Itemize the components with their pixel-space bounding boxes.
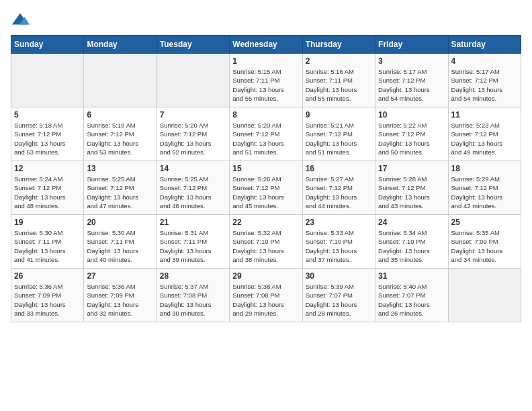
calendar-cell: 10Sunrise: 5:22 AMSunset: 7:12 PMDayligh… bbox=[375, 107, 448, 161]
week-row-4: 19Sunrise: 5:30 AMSunset: 7:11 PMDayligh… bbox=[11, 215, 521, 269]
weekday-header-row: SundayMondayTuesdayWednesdayThursdayFrid… bbox=[11, 36, 521, 54]
calendar-cell: 3Sunrise: 5:17 AMSunset: 7:12 PMDaylight… bbox=[375, 54, 448, 107]
day-number: 7 bbox=[160, 110, 226, 120]
day-info: Sunrise: 5:27 AMSunset: 7:12 PMDaylight:… bbox=[306, 175, 372, 210]
day-info: Sunrise: 5:26 AMSunset: 7:12 PMDaylight:… bbox=[232, 175, 299, 210]
day-number: 10 bbox=[378, 110, 445, 120]
calendar-cell: 16Sunrise: 5:27 AMSunset: 7:12 PMDayligh… bbox=[302, 161, 375, 215]
day-info: Sunrise: 5:20 AMSunset: 7:12 PMDaylight:… bbox=[160, 121, 226, 156]
weekday-header-friday: Friday bbox=[375, 36, 448, 54]
day-number: 13 bbox=[87, 164, 153, 173]
calendar-cell: 28Sunrise: 5:37 AMSunset: 7:08 PMDayligh… bbox=[157, 269, 229, 322]
calendar-cell: 4Sunrise: 5:17 AMSunset: 7:12 PMDaylight… bbox=[448, 54, 521, 107]
week-row-5: 26Sunrise: 5:36 AMSunset: 7:09 PMDayligh… bbox=[11, 269, 521, 322]
calendar-cell: 2Sunrise: 5:16 AMSunset: 7:11 PMDaylight… bbox=[302, 54, 375, 107]
day-number: 17 bbox=[378, 164, 445, 173]
day-info: Sunrise: 5:20 AMSunset: 7:12 PMDaylight:… bbox=[232, 121, 299, 156]
day-info: Sunrise: 5:15 AMSunset: 7:11 PMDaylight:… bbox=[232, 67, 299, 103]
calendar-cell: 5Sunrise: 5:18 AMSunset: 7:12 PMDaylight… bbox=[11, 107, 84, 161]
day-info: Sunrise: 5:22 AMSunset: 7:12 PMDaylight:… bbox=[378, 121, 445, 156]
day-number: 15 bbox=[232, 164, 299, 173]
day-number: 2 bbox=[306, 56, 372, 66]
day-number: 24 bbox=[378, 218, 445, 227]
day-number: 8 bbox=[232, 110, 299, 120]
day-info: Sunrise: 5:36 AMSunset: 7:09 PMDaylight:… bbox=[87, 282, 153, 318]
calendar-cell: 27Sunrise: 5:36 AMSunset: 7:09 PMDayligh… bbox=[84, 269, 157, 322]
calendar-cell: 31Sunrise: 5:40 AMSunset: 7:07 PMDayligh… bbox=[375, 269, 448, 322]
day-info: Sunrise: 5:24 AMSunset: 7:12 PMDaylight:… bbox=[14, 175, 81, 210]
day-number: 3 bbox=[378, 56, 445, 66]
calendar-table: SundayMondayTuesdayWednesdayThursdayFrid… bbox=[11, 35, 521, 322]
day-number: 14 bbox=[160, 164, 226, 173]
day-number: 11 bbox=[451, 110, 518, 120]
calendar-cell: 7Sunrise: 5:20 AMSunset: 7:12 PMDaylight… bbox=[157, 107, 229, 161]
day-info: Sunrise: 5:36 AMSunset: 7:09 PMDaylight:… bbox=[14, 282, 81, 318]
logo bbox=[11, 11, 32, 30]
day-info: Sunrise: 5:18 AMSunset: 7:12 PMDaylight:… bbox=[14, 121, 81, 156]
day-info: Sunrise: 5:40 AMSunset: 7:07 PMDaylight:… bbox=[378, 282, 445, 318]
day-number: 1 bbox=[232, 56, 299, 66]
calendar-cell: 26Sunrise: 5:36 AMSunset: 7:09 PMDayligh… bbox=[11, 269, 84, 322]
calendar-cell: 18Sunrise: 5:29 AMSunset: 7:12 PMDayligh… bbox=[448, 161, 521, 215]
day-number: 4 bbox=[451, 56, 518, 66]
week-row-1: 1Sunrise: 5:15 AMSunset: 7:11 PMDaylight… bbox=[11, 54, 521, 107]
day-number: 27 bbox=[87, 271, 153, 281]
day-number: 22 bbox=[232, 218, 299, 227]
day-info: Sunrise: 5:38 AMSunset: 7:08 PMDaylight:… bbox=[232, 282, 299, 318]
weekday-header-tuesday: Tuesday bbox=[157, 36, 229, 54]
calendar-cell bbox=[448, 269, 521, 322]
day-info: Sunrise: 5:37 AMSunset: 7:08 PMDaylight:… bbox=[160, 282, 226, 318]
calendar-cell: 12Sunrise: 5:24 AMSunset: 7:12 PMDayligh… bbox=[11, 161, 84, 215]
day-info: Sunrise: 5:39 AMSunset: 7:07 PMDaylight:… bbox=[306, 282, 372, 318]
day-info: Sunrise: 5:32 AMSunset: 7:10 PMDaylight:… bbox=[232, 228, 299, 264]
calendar-cell: 15Sunrise: 5:26 AMSunset: 7:12 PMDayligh… bbox=[230, 161, 302, 215]
day-info: Sunrise: 5:16 AMSunset: 7:11 PMDaylight:… bbox=[306, 67, 372, 103]
day-number: 23 bbox=[306, 218, 372, 227]
logo-icon bbox=[11, 11, 30, 30]
weekday-header-wednesday: Wednesday bbox=[230, 36, 302, 54]
day-info: Sunrise: 5:30 AMSunset: 7:11 PMDaylight:… bbox=[14, 228, 81, 264]
calendar-cell: 22Sunrise: 5:32 AMSunset: 7:10 PMDayligh… bbox=[230, 215, 302, 269]
calendar-cell bbox=[84, 54, 157, 107]
day-info: Sunrise: 5:21 AMSunset: 7:12 PMDaylight:… bbox=[306, 121, 372, 156]
day-number: 28 bbox=[160, 271, 226, 281]
weekday-header-sunday: Sunday bbox=[11, 36, 84, 54]
day-number: 31 bbox=[378, 271, 445, 281]
calendar-cell: 11Sunrise: 5:23 AMSunset: 7:12 PMDayligh… bbox=[448, 107, 521, 161]
week-row-2: 5Sunrise: 5:18 AMSunset: 7:12 PMDaylight… bbox=[11, 107, 521, 161]
day-number: 29 bbox=[232, 271, 299, 281]
weekday-header-saturday: Saturday bbox=[448, 36, 521, 54]
day-number: 21 bbox=[160, 218, 226, 227]
day-number: 16 bbox=[306, 164, 372, 173]
calendar-cell: 30Sunrise: 5:39 AMSunset: 7:07 PMDayligh… bbox=[302, 269, 375, 322]
day-info: Sunrise: 5:30 AMSunset: 7:11 PMDaylight:… bbox=[87, 228, 153, 264]
weekday-header-thursday: Thursday bbox=[302, 36, 375, 54]
weekday-header-monday: Monday bbox=[84, 36, 157, 54]
calendar-cell: 1Sunrise: 5:15 AMSunset: 7:11 PMDaylight… bbox=[230, 54, 302, 107]
calendar-cell: 23Sunrise: 5:33 AMSunset: 7:10 PMDayligh… bbox=[302, 215, 375, 269]
day-info: Sunrise: 5:19 AMSunset: 7:12 PMDaylight:… bbox=[87, 121, 153, 156]
day-number: 30 bbox=[306, 271, 372, 281]
day-number: 20 bbox=[87, 218, 153, 227]
calendar-cell: 8Sunrise: 5:20 AMSunset: 7:12 PMDaylight… bbox=[230, 107, 302, 161]
day-number: 26 bbox=[14, 271, 81, 281]
calendar-cell: 13Sunrise: 5:25 AMSunset: 7:12 PMDayligh… bbox=[84, 161, 157, 215]
calendar-cell bbox=[11, 54, 84, 107]
day-info: Sunrise: 5:28 AMSunset: 7:12 PMDaylight:… bbox=[378, 175, 445, 210]
calendar-cell: 29Sunrise: 5:38 AMSunset: 7:08 PMDayligh… bbox=[230, 269, 302, 322]
calendar-cell: 19Sunrise: 5:30 AMSunset: 7:11 PMDayligh… bbox=[11, 215, 84, 269]
day-info: Sunrise: 5:35 AMSunset: 7:09 PMDaylight:… bbox=[451, 228, 518, 264]
day-info: Sunrise: 5:33 AMSunset: 7:10 PMDaylight:… bbox=[306, 228, 372, 264]
day-info: Sunrise: 5:23 AMSunset: 7:12 PMDaylight:… bbox=[451, 121, 518, 156]
calendar-cell: 20Sunrise: 5:30 AMSunset: 7:11 PMDayligh… bbox=[84, 215, 157, 269]
day-info: Sunrise: 5:29 AMSunset: 7:12 PMDaylight:… bbox=[451, 175, 518, 210]
day-info: Sunrise: 5:31 AMSunset: 7:11 PMDaylight:… bbox=[160, 228, 226, 264]
day-number: 19 bbox=[14, 218, 81, 227]
calendar-cell: 9Sunrise: 5:21 AMSunset: 7:12 PMDaylight… bbox=[302, 107, 375, 161]
day-number: 18 bbox=[451, 164, 518, 173]
day-number: 6 bbox=[87, 110, 153, 120]
week-row-3: 12Sunrise: 5:24 AMSunset: 7:12 PMDayligh… bbox=[11, 161, 521, 215]
day-info: Sunrise: 5:34 AMSunset: 7:10 PMDaylight:… bbox=[378, 228, 445, 264]
day-info: Sunrise: 5:17 AMSunset: 7:12 PMDaylight:… bbox=[451, 67, 518, 103]
calendar-cell: 17Sunrise: 5:28 AMSunset: 7:12 PMDayligh… bbox=[375, 161, 448, 215]
